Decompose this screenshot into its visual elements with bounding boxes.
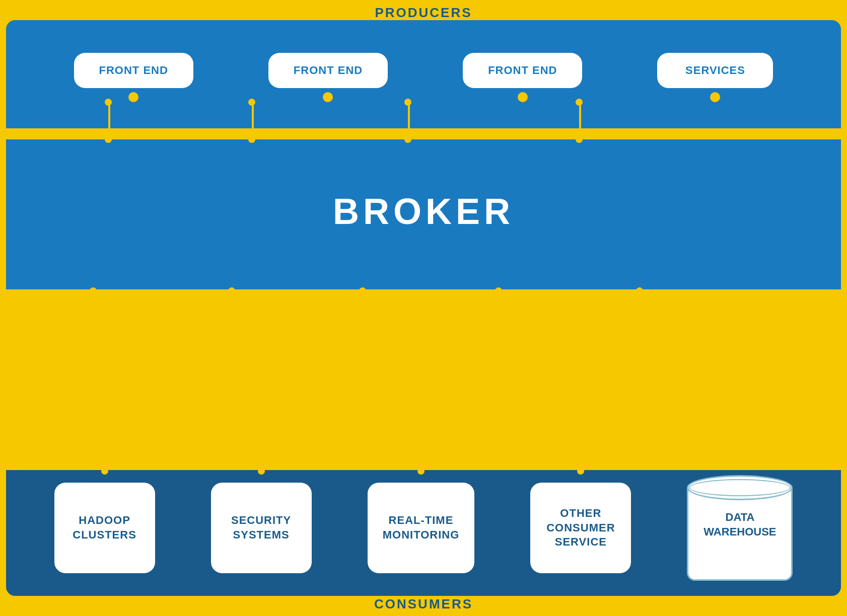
broker-inner-bg: BROKER — [6, 131, 841, 292]
consumers-label: CONSUMERS — [374, 596, 473, 612]
consumer-box-hadoop: HADOOP CLUSTERS — [54, 483, 155, 573]
connector-dot-top-2 — [248, 99, 255, 106]
connector-dot-consumer-3 — [359, 336, 366, 343]
connector-dot-consumer-2 — [228, 336, 235, 343]
consumer-box-datawarehouse: DATAWAREHOUSE — [687, 475, 793, 581]
security-label: SECURITY SYSTEMS — [231, 513, 291, 542]
connector-dot-broker-4 — [495, 287, 502, 294]
warehouse-label: DATAWAREHOUSE — [703, 510, 776, 539]
yellow-strip-bottom — [0, 289, 847, 300]
hadoop-label: HADOOP CLUSTERS — [73, 513, 136, 542]
other-label: OTHER CONSUMER SERVICE — [546, 506, 615, 550]
producers-label: PRODUCERS — [375, 5, 472, 21]
realtime-label: REAL-TIME MONITORING — [383, 513, 460, 542]
consumer-box-other: OTHER CONSUMER SERVICE — [530, 483, 631, 573]
consumer-box-security: SECURITY SYSTEMS — [211, 483, 312, 573]
broker-band: BROKER — [0, 131, 847, 292]
connector-dot-bottom-1 — [105, 136, 112, 143]
producer-box-services: SERVICES — [657, 53, 773, 88]
connector-dot-broker-3 — [359, 287, 366, 294]
connector-dot-consumer-5 — [636, 336, 643, 343]
connector-dot-bottom-3 — [404, 136, 411, 143]
warehouse-connector-dot — [736, 460, 743, 467]
connector-dot-bottom-4 — [576, 136, 583, 143]
connector-dot-broker-2 — [228, 287, 235, 294]
connector-dot-broker-5 — [636, 287, 643, 294]
connector-dot-broker-1 — [90, 287, 97, 294]
connector-dot-top-1 — [105, 99, 112, 106]
producer-box-frontend-1: FRONT END — [74, 53, 193, 88]
connector-dot-consumer-1 — [90, 336, 97, 343]
producer-boxes-container: FRONT END FRONT END FRONT END SERVICES — [6, 35, 841, 106]
producer-box-frontend-3: FRONT END — [463, 53, 582, 88]
connector-dot-bottom-2 — [248, 136, 255, 143]
producer-box-frontend-2: FRONT END — [268, 53, 388, 88]
connector-dot-top-3 — [404, 99, 411, 106]
broker-label: BROKER — [333, 191, 514, 232]
kafka-architecture-diagram: PRODUCERS FRONT END FRONT END FRONT END … — [0, 0, 847, 616]
yellow-strip-top — [0, 128, 847, 139]
connector-dot-top-4 — [576, 99, 583, 106]
consumer-box-realtime: REAL-TIME MONITORING — [368, 483, 475, 573]
connector-dot-consumer-4 — [495, 336, 502, 343]
consumer-boxes-container: HADOOP CLUSTERS SECURITY SYSTEMS REAL-TI… — [6, 470, 841, 586]
